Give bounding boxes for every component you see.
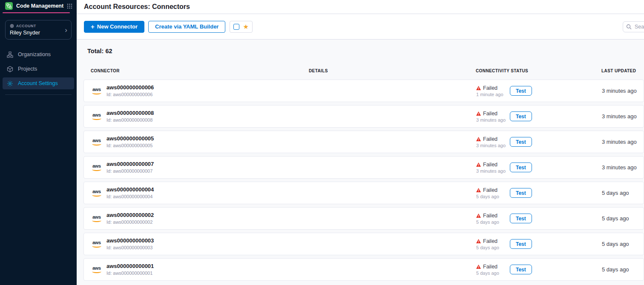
connector-id: Id: aws000000000008 (106, 117, 154, 123)
total-count: Total: 62 (87, 48, 644, 54)
content-area: Total: 62 CONNECTOR DETAILS CONNECTIVITY… (77, 40, 644, 285)
sidebar-item-account-settings[interactable]: Account Settings (3, 77, 74, 89)
aws-logo-icon: aws (91, 189, 102, 197)
aws-logo-icon: aws (91, 164, 102, 171)
favorites-checkbox[interactable] (233, 24, 239, 30)
test-button[interactable]: Test (510, 86, 532, 96)
connector-id: Id: aws000000000004 (106, 194, 154, 200)
table-row[interactable]: aws aws000000000001 Id: aws000000000001 (83, 258, 644, 281)
column-header-connectivity-status: CONNECTIVITY STATUS (476, 68, 601, 73)
connector-name: aws000000000005 (106, 136, 154, 142)
last-updated-cell: 3 minutes ago (602, 88, 644, 94)
failed-warning-icon (476, 188, 481, 192)
account-selector[interactable]: ACCOUNT Riley Snyder › (5, 20, 72, 40)
test-button[interactable]: Test (510, 188, 532, 198)
status-time: 5 days ago (476, 194, 510, 199)
app-grid-icon[interactable] (67, 3, 72, 9)
status-time: 1 minute ago (476, 92, 510, 97)
connector-name: aws000000000008 (106, 110, 154, 117)
aws-logo-icon: aws (91, 113, 102, 120)
table-row[interactable]: aws aws000000000004 Id: aws000000000004 (83, 182, 644, 204)
connector-id: Id: aws000000000002 (106, 219, 154, 225)
table-row[interactable]: aws aws000000000007 Id: aws000000000007 (83, 156, 644, 179)
connector-name: aws000000000007 (106, 161, 154, 168)
account-name: Riley Snyder (10, 30, 62, 36)
table-row[interactable]: aws aws000000000002 Id: aws000000000002 (83, 207, 644, 230)
aws-logo-icon: aws (91, 87, 102, 94)
toolbar: + New Connector Create via YAML Builder … (77, 14, 644, 40)
chevron-right-icon: › (65, 26, 67, 34)
new-connector-button[interactable]: + New Connector (84, 21, 144, 33)
connector-id: Id: aws000000000007 (106, 168, 154, 174)
test-button[interactable]: Test (510, 265, 532, 274)
aws-logo-icon: aws (91, 138, 102, 145)
status-time: 5 days ago (476, 219, 510, 225)
account-label: ACCOUNT (16, 24, 36, 28)
connectivity-status-cell: Failed 5 days ago Test (476, 213, 602, 225)
aws-logo-icon: aws (91, 240, 102, 248)
star-icon[interactable]: ★ (243, 23, 248, 30)
connector-cell: aws aws000000000002 Id: aws000000000002 (91, 212, 309, 225)
connector-cell: aws aws000000000005 Id: aws000000000005 (91, 136, 309, 148)
connectivity-status-cell: Failed 5 days ago Test (476, 238, 602, 250)
test-button[interactable]: Test (510, 214, 532, 223)
sidebar: Code Management ACCOUNT Riley Snyder (0, 0, 77, 285)
test-button[interactable]: Test (510, 111, 532, 121)
test-button[interactable]: Test (510, 162, 532, 172)
search-icon (626, 24, 632, 29)
sidebar-item-label: Projects (18, 66, 37, 72)
sidebar-header: Code Management (0, 0, 77, 11)
connector-cell: aws aws000000000001 Id: aws000000000001 (91, 263, 309, 276)
failed-warning-icon (476, 239, 481, 243)
status-time: 5 days ago (476, 245, 510, 250)
code-management-logo-icon[interactable] (5, 2, 13, 10)
status-time: 3 minutes ago (476, 168, 510, 174)
failed-warning-icon (476, 111, 481, 116)
test-button[interactable]: Test (510, 137, 532, 147)
connector-id: Id: aws000000000006 (106, 92, 154, 97)
connector-name: aws000000000004 (106, 187, 154, 193)
last-updated-cell: 3 minutes ago (602, 113, 644, 120)
table-row[interactable]: aws aws000000000006 Id: aws000000000006 (83, 80, 644, 102)
connectivity-status-cell: Failed 5 days ago Test (476, 187, 602, 199)
failed-warning-icon (476, 162, 481, 167)
sidebar-item-projects[interactable]: Projects (3, 63, 74, 75)
table-row[interactable]: aws aws000000000005 Id: aws000000000005 (83, 131, 644, 153)
column-header-last-updated: LAST UPDATED (601, 68, 644, 73)
connectivity-status-cell: Failed 3 minutes ago Test (476, 162, 602, 174)
column-header-connector: CONNECTOR (91, 68, 309, 73)
connector-name: aws000000000003 (106, 238, 154, 244)
failed-warning-icon (476, 86, 481, 90)
connector-cell: aws aws000000000006 Id: aws000000000006 (91, 85, 309, 97)
new-connector-label: New Connector (97, 23, 138, 30)
connector-cell: aws aws000000000004 Id: aws000000000004 (91, 187, 309, 200)
failed-warning-icon (476, 137, 481, 141)
page-title: Account Resources: Connectors (84, 3, 190, 11)
status-label: Failed (483, 162, 497, 168)
favorites-filter-group: ★ (230, 21, 252, 33)
status-label: Failed (483, 85, 497, 91)
connectivity-status-cell: Failed 1 minute ago Test (476, 85, 602, 97)
app-window: Code Management ACCOUNT Riley Snyder (0, 0, 644, 285)
connector-id: Id: aws000000000001 (106, 271, 154, 276)
settings-gear-icon (6, 80, 13, 87)
table-header-row: CONNECTOR DETAILS CONNECTIVITY STATUS LA… (83, 68, 644, 73)
plus-icon: + (91, 23, 95, 30)
table-row[interactable]: aws aws000000000003 Id: aws000000000003 (83, 233, 644, 255)
aws-logo-icon: aws (91, 215, 102, 222)
main-panel: Account Resources: Connectors + New Conn… (77, 0, 644, 285)
nav-divider (5, 94, 72, 95)
connector-name: aws000000000002 (106, 212, 154, 219)
sidebar-item-organizations[interactable]: Organizations (3, 48, 74, 60)
failed-warning-icon (476, 265, 481, 269)
create-yaml-builder-button[interactable]: Create via YAML Builder (148, 21, 225, 33)
status-label: Failed (483, 187, 497, 193)
status-time: 3 minutes ago (476, 117, 510, 123)
column-header-details: DETAILS (309, 68, 476, 73)
search-box (623, 21, 644, 32)
account-scope-icon (10, 24, 14, 28)
status-label: Failed (483, 136, 497, 142)
last-updated-cell: 3 minutes ago (602, 164, 644, 171)
test-button[interactable]: Test (510, 239, 532, 249)
table-row[interactable]: aws aws000000000008 Id: aws000000000008 (83, 105, 644, 128)
